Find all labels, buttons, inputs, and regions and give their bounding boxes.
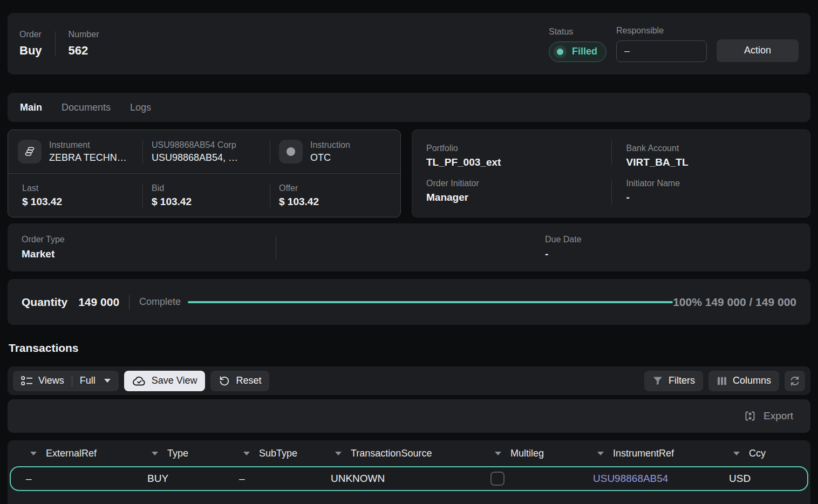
info-cards-row: Instrument ZEBRA TECHN… USU98868AB54 Cor… [8, 130, 810, 217]
col-header-instrumentref: InstrumentRef [597, 448, 733, 459]
number-value: 562 [69, 44, 99, 58]
export-icon [744, 410, 756, 423]
bank-account-value: VIRT_BA_TL [626, 156, 810, 168]
offer-value: $ 103.42 [279, 196, 400, 208]
views-mode-value: Full [80, 375, 96, 386]
order-value: Buy [19, 44, 42, 58]
col-header-multileg: Multileg [495, 448, 597, 459]
offer-label: Offer [279, 183, 400, 193]
export-button[interactable]: Export [764, 410, 793, 422]
instruction-segment: Instruction OTC [270, 130, 400, 173]
cell-subtype: – [239, 473, 331, 485]
instrument-card: Instrument ZEBRA TECHN… USU98868AB54 Cor… [8, 130, 401, 217]
status-value: Filled [572, 46, 597, 57]
action-button[interactable]: Action [717, 39, 799, 62]
quantity-progress-text: 100% 149 000 / 149 000 [673, 296, 796, 309]
quantity-value: 149 000 [78, 296, 119, 309]
due-date-value: - [545, 248, 582, 260]
quote-offer: Offer $ 103.42 [270, 183, 400, 208]
refresh-button[interactable] [785, 371, 805, 391]
last-label: Last [22, 183, 142, 193]
transactions-toolbar: Views Full Save View Reset [8, 366, 810, 395]
column-menu-icon[interactable] [733, 452, 740, 455]
due-date-field: Due Date - [545, 223, 582, 271]
views-list-icon [21, 376, 33, 386]
portfolio-value: TL_PF_003_ext [426, 156, 611, 168]
reset-label: Reset [236, 375, 261, 386]
initiator-name-value: - [626, 192, 810, 203]
reset-button[interactable]: Reset [210, 371, 269, 391]
quantity-label: Quantity [22, 296, 67, 309]
instrument-segment: Instrument ZEBRA TECHN… [8, 130, 142, 173]
responsible-input[interactable]: – [616, 40, 707, 62]
due-date-label: Due Date [545, 235, 582, 244]
col-header-type: Type [152, 448, 243, 459]
transactions-table: ExternalRef Type SubType TransactionSour… [8, 440, 810, 504]
multileg-checkbox[interactable] [490, 472, 505, 486]
columns-label: Columns [733, 375, 771, 386]
cell-instrumentref-link[interactable]: USU98868AB54 [593, 473, 729, 485]
last-value: $ 103.42 [22, 196, 142, 208]
save-view-label: Save View [152, 375, 197, 386]
portfolio-label: Portfolio [426, 144, 611, 153]
save-view-button[interactable]: Save View [124, 371, 206, 391]
order-type-divider [276, 235, 276, 260]
columns-button[interactable]: Columns [708, 371, 779, 391]
col-header-ccy: Ccy [733, 448, 810, 459]
tab-main[interactable]: Main [20, 102, 42, 113]
account-divider [611, 180, 612, 205]
filters-label: Filters [669, 375, 695, 386]
refresh-sync-icon [789, 375, 801, 387]
table-header-row: ExternalRef Type SubType TransactionSour… [8, 440, 810, 466]
quote-bid: Bid $ 103.42 [143, 183, 270, 208]
table-row[interactable]: – BUY – UNKNOWN USU98868AB54 USD [10, 466, 808, 491]
instrument-label: Instrument [49, 140, 127, 150]
coins-icon [18, 140, 42, 164]
filters-button[interactable]: Filters [644, 371, 703, 391]
tab-documents[interactable]: Documents [62, 102, 111, 113]
order-initiator-label: Order Initiator [426, 179, 611, 188]
cell-transactionsource: UNKNOWN [331, 473, 490, 485]
column-menu-icon[interactable] [30, 452, 37, 455]
instruction-value: OTC [310, 152, 350, 164]
circle-icon [279, 140, 303, 164]
account-card: Portfolio TL_PF_003_ext Bank Account VIR… [412, 130, 810, 217]
cell-ccy: USD [729, 473, 807, 485]
portfolio-field: Portfolio TL_PF_003_ext [412, 139, 611, 174]
bank-account-label: Bank Account [626, 144, 810, 153]
tab-logs[interactable]: Logs [130, 102, 151, 113]
col-header-subtype: SubType [243, 448, 335, 459]
order-type-field: Order Type Market [8, 235, 65, 260]
column-menu-icon[interactable] [152, 452, 158, 455]
status-badge: Filled [549, 42, 606, 62]
number-label: Number [69, 30, 99, 39]
quantity-progress-bar [188, 301, 673, 303]
order-page: Order Buy Number 562 Status Filled Respo… [0, 13, 818, 504]
quantity-status: Complete [139, 296, 181, 308]
instrument-ref-segment: USU98868AB54 Corp USU98868AB54, … [143, 130, 270, 173]
col-header-externalref: ExternalRef [30, 448, 152, 459]
reset-icon [219, 375, 230, 387]
filter-funnel-icon [652, 376, 663, 386]
instruction-label: Instruction [310, 140, 350, 150]
bid-label: Bid [152, 183, 270, 193]
transactions-title: Transactions [9, 342, 810, 355]
order-field: Order Buy [19, 30, 42, 58]
header-right-group: Status Filled Responsible – Action [549, 26, 799, 62]
column-menu-icon[interactable] [335, 452, 342, 455]
columns-icon [717, 376, 727, 386]
responsible-group: Responsible – [616, 26, 707, 62]
header-divider [55, 31, 56, 56]
quote-last: Last $ 103.42 [8, 183, 142, 208]
initiator-name-label: Initiator Name [626, 179, 810, 188]
column-menu-icon[interactable] [495, 452, 501, 455]
column-menu-icon[interactable] [597, 452, 604, 455]
order-type-card: Order Type Market Due Date - [8, 223, 810, 271]
column-menu-icon[interactable] [243, 452, 250, 455]
quantity-divider [129, 295, 129, 309]
views-button[interactable]: Views Full [13, 371, 119, 391]
views-label: Views [38, 375, 64, 386]
instrument-top-row: Instrument ZEBRA TECHN… USU98868AB54 Cor… [8, 130, 400, 174]
order-type-label: Order Type [22, 235, 65, 244]
instrument-value[interactable]: ZEBRA TECHN… [49, 152, 127, 164]
